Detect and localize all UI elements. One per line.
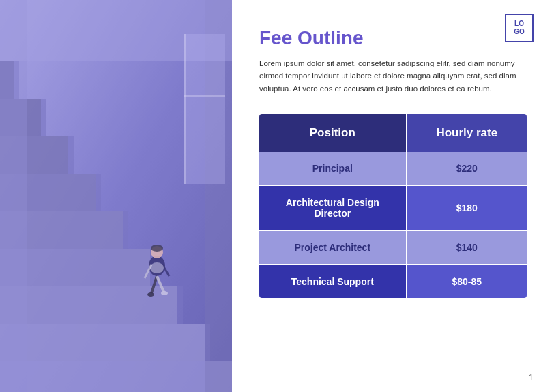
column-header-position: Position — [259, 114, 407, 152]
cell-position: Technical Support — [259, 265, 407, 298]
left-panel — [0, 0, 232, 392]
cell-rate: $220 — [407, 152, 527, 185]
table-row: Technical Support$80-85 — [259, 265, 527, 298]
cell-rate: $80-85 — [407, 265, 527, 298]
cell-position: Principal — [259, 152, 407, 185]
table-row: Principal$220 — [259, 152, 527, 185]
logo-text: LOGO — [514, 20, 525, 36]
table-row: Architectural Design Director$180 — [259, 185, 527, 230]
table-row: Project Architect$140 — [259, 230, 527, 265]
page-title: Fee Outline — [259, 27, 527, 49]
cell-rate: $180 — [407, 185, 527, 230]
cell-position: Project Architect — [259, 230, 407, 265]
right-panel: LOGO Fee Outline Lorem ipsum dolor sit a… — [232, 0, 554, 392]
page: LOGO Fee Outline Lorem ipsum dolor sit a… — [0, 0, 554, 392]
fee-table: Position Hourly rate Principal$220Archit… — [259, 114, 527, 298]
cell-rate: $140 — [407, 230, 527, 265]
staircase-background — [0, 0, 232, 392]
page-description: Lorem ipsum dolor sit amet, consetetur s… — [259, 57, 525, 95]
page-number: 1 — [529, 372, 534, 382]
cell-position: Architectural Design Director — [259, 185, 407, 230]
staircase-illustration — [0, 0, 232, 392]
svg-rect-34 — [0, 0, 232, 392]
logo-box: LOGO — [505, 14, 534, 42]
table-header-row: Position Hourly rate — [259, 114, 527, 152]
column-header-rate: Hourly rate — [407, 114, 527, 152]
